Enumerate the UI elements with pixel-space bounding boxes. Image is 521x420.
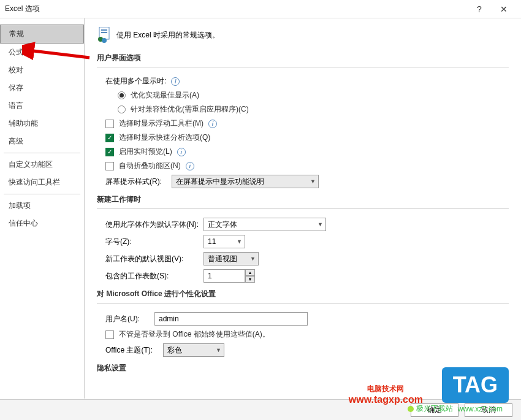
checkbox-live-preview[interactable] — [105, 148, 114, 156]
chevron-down-icon: ▼ — [237, 239, 242, 245]
default-font-label: 使用此字体作为默认字体(N): — [105, 220, 199, 230]
multi-monitor-label: 在使用多个显示时: — [105, 76, 166, 86]
floating-toolbar-label: 选择时显示浮动工具栏(M) — [119, 118, 203, 129]
radio-optimize-display[interactable] — [118, 91, 126, 99]
sidebar-item-language[interactable]: 语言 — [0, 97, 84, 115]
sheet-count-label: 包含的工作表数(S): — [105, 271, 199, 281]
divider — [97, 303, 509, 304]
spin-up[interactable]: ▲ — [245, 269, 255, 276]
radio-optimize-label: 优化实现最佳显示(A) — [131, 90, 199, 101]
sidebar-item-trust-center[interactable]: 信任中心 — [0, 215, 84, 232]
chevron-down-icon: ▼ — [216, 347, 221, 353]
screentip-value: 在屏幕提示中显示功能说明 — [176, 177, 264, 187]
default-font-value: 正文字体 — [208, 220, 237, 230]
section-new-workbook-title: 新建工作簿时 — [97, 194, 509, 205]
info-icon[interactable]: i — [208, 120, 217, 128]
divider — [97, 208, 509, 209]
section-personal-title: 对 Microsoft Office 进行个性化设置 — [97, 289, 509, 299]
svg-rect-2 — [101, 32, 107, 33]
username-input[interactable] — [154, 312, 308, 326]
office-theme-value: 彩色 — [167, 345, 182, 356]
titlebar: Excel 选项 ? ✕ — [0, 0, 521, 18]
svg-rect-1 — [101, 29, 107, 31]
footer: 确定 取消 — [0, 399, 521, 420]
default-font-combo[interactable]: 正文字体 ▼ — [203, 218, 326, 231]
sidebar-item-save[interactable]: 保存 — [0, 79, 84, 97]
close-button[interactable]: ✕ — [492, 4, 516, 14]
default-view-value: 普通视图 — [208, 254, 237, 264]
screentip-combo[interactable]: 在屏幕提示中显示功能说明 ▼ — [172, 175, 319, 188]
sidebar-item-accessibility[interactable]: 辅助功能 — [0, 115, 84, 132]
main-area: 常规 公式 校对 保存 语言 辅助功能 高级 自定义功能区 快速访问工具栏 加载… — [0, 18, 521, 399]
section-privacy-title: 隐私设置 — [97, 363, 509, 373]
divider — [97, 67, 509, 67]
section-ui-title: 用户界面选项 — [97, 53, 509, 63]
sidebar-item-general[interactable]: 常规 — [0, 25, 84, 44]
always-use-label: 不管是否登录到 Office 都始终使用这些值(A)。 — [119, 329, 270, 340]
chevron-down-icon: ▼ — [250, 256, 256, 262]
info-icon[interactable]: i — [171, 77, 180, 86]
sidebar: 常规 公式 校对 保存 语言 辅助功能 高级 自定义功能区 快速访问工具栏 加载… — [0, 18, 85, 399]
sidebar-item-advanced[interactable]: 高级 — [0, 132, 84, 150]
cancel-button[interactable]: 取消 — [465, 403, 512, 417]
svg-point-4 — [102, 38, 107, 43]
sidebar-separator — [4, 194, 80, 194]
sidebar-item-quick-access[interactable]: 快速访问工具栏 — [0, 174, 84, 191]
checkbox-always-use-values[interactable] — [105, 330, 114, 339]
username-label: 用户名(U): — [105, 314, 150, 324]
sidebar-item-formulas[interactable]: 公式 — [0, 44, 84, 61]
chevron-down-icon: ▼ — [310, 178, 316, 185]
sheet-count-spinbox[interactable]: ▲ ▼ — [203, 269, 255, 283]
spin-down[interactable]: ▼ — [245, 276, 255, 283]
sidebar-item-addins[interactable]: 加载项 — [0, 197, 84, 215]
screentip-label: 屏幕提示样式(R): — [105, 177, 162, 187]
sidebar-item-proofing[interactable]: 校对 — [0, 61, 84, 79]
sidebar-item-customize-ribbon[interactable]: 自定义功能区 — [0, 156, 84, 174]
header-text: 使用 Excel 时采用的常规选项。 — [116, 30, 219, 40]
ok-button[interactable]: 确定 — [411, 403, 458, 417]
auto-collapse-label: 自动折叠功能区(N) — [119, 161, 181, 171]
font-size-value: 11 — [208, 237, 216, 246]
office-theme-combo[interactable]: 彩色 ▼ — [163, 343, 224, 357]
content-pane: 使用 Excel 时采用的常规选项。 用户界面选项 在使用多个显示时: i 优化… — [85, 18, 521, 399]
chevron-down-icon: ▼ — [318, 221, 323, 227]
info-icon[interactable]: i — [177, 148, 186, 156]
radio-compat[interactable] — [118, 105, 126, 113]
window-title: Excel 选项 — [5, 4, 467, 14]
radio-compat-label: 针对兼容性优化(需重启应用程序)(C) — [131, 104, 249, 115]
checkbox-auto-collapse[interactable] — [105, 162, 114, 170]
sidebar-separator — [4, 153, 80, 153]
default-view-label: 新工作表的默认视图(V): — [105, 254, 199, 264]
quick-analysis-label: 选择时显示快速分析选项(Q) — [119, 132, 210, 143]
info-icon[interactable]: i — [186, 162, 194, 170]
sheet-count-input[interactable] — [203, 269, 245, 283]
font-size-label: 字号(Z): — [105, 237, 199, 247]
default-view-combo[interactable]: 普通视图 ▼ — [203, 252, 259, 265]
office-theme-label: Office 主题(T): — [105, 345, 158, 356]
help-button[interactable]: ? — [467, 4, 492, 14]
live-preview-label: 启用实时预览(L) — [119, 147, 172, 157]
options-icon — [97, 27, 110, 43]
checkbox-floating-toolbar[interactable] — [105, 120, 114, 128]
font-size-combo[interactable]: 11 ▼ — [203, 235, 245, 248]
checkbox-quick-analysis[interactable] — [105, 134, 114, 142]
